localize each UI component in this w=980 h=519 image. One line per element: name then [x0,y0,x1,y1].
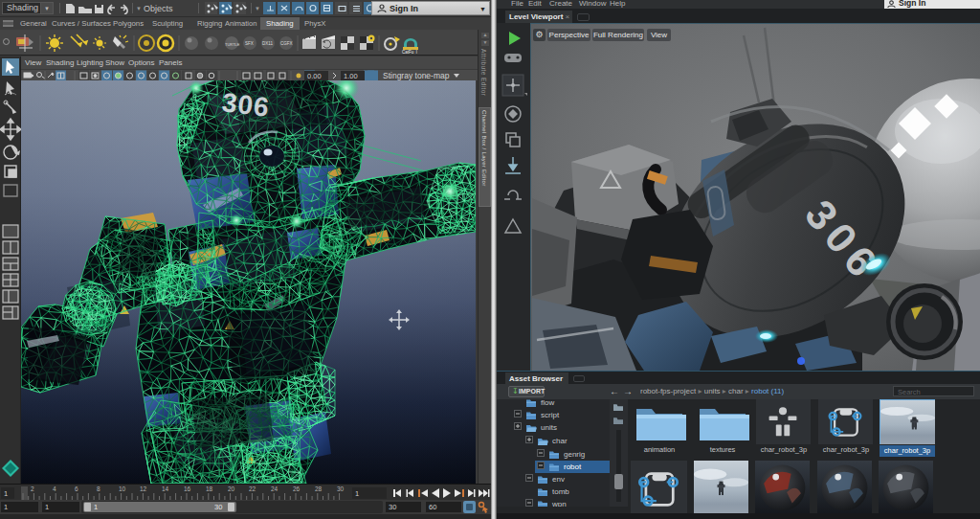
svg-text:4: 4 [53,485,56,492]
svg-text:DX11: DX11 [262,41,273,46]
svg-text:1: 1 [4,489,8,498]
svg-text:8: 8 [97,485,100,492]
svg-text:1: 1 [355,489,359,498]
svg-text:CGFX: CGFX [280,41,293,46]
svg-text:12: 12 [140,485,147,492]
svg-text:16: 16 [184,485,191,492]
svg-text:2: 2 [31,485,34,492]
svg-text:14: 14 [162,485,169,492]
svg-text:18: 18 [206,485,213,492]
svg-text:1.00: 1.00 [344,72,358,80]
svg-text:26: 26 [293,485,301,492]
svg-text:20: 20 [228,485,235,492]
svg-text:6: 6 [75,485,78,492]
svg-text:24: 24 [271,485,278,492]
svg-text:22: 22 [249,485,256,492]
svg-text:TURTLE: TURTLE [225,42,240,47]
svg-text:306: 306 [220,87,271,123]
svg-text:10: 10 [119,485,126,492]
svg-text:0.00: 0.00 [307,72,322,80]
svg-text:30: 30 [337,485,345,492]
svg-text:SFX: SFX [245,41,254,46]
svg-text:Stingray tone-map: Stingray tone-map [383,71,450,80]
svg-text:28: 28 [315,485,323,492]
svg-text:CatFu_l: CatFu_l [402,50,417,54]
